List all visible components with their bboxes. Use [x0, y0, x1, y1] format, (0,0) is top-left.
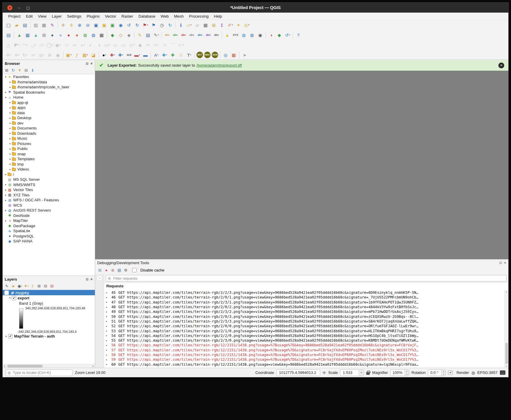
- expand-arrow-icon[interactable]: ▸: [8, 147, 12, 150]
- expand-arrow-icon[interactable]: ▸: [8, 80, 12, 83]
- chevron-down-icon[interactable]: ▾: [59, 44, 60, 46]
- close-icon[interactable]: ✕: [504, 261, 506, 264]
- request-row-52[interactable]: ▸52GET https://api.maptiler.com/tiles/te…: [105, 324, 504, 328]
- chevron-down-icon[interactable]: ▾: [289, 34, 290, 36]
- menu-view[interactable]: View: [35, 13, 49, 20]
- expand-arrow-icon[interactable]: ▸: [8, 101, 12, 104]
- vertex-tool-all-icon[interactable]: ✚▾: [109, 51, 116, 59]
- add-xyz-layer-icon[interactable]: ▦: [98, 31, 105, 39]
- invert-selection-icon[interactable]: ◪: [90, 51, 97, 59]
- chevron-down-icon[interactable]: ▾: [122, 54, 123, 56]
- layer-row-maptiler[interactable]: ▸ MapTiler Terrain - auth: [3, 333, 95, 339]
- zoom-to-layer-icon[interactable]: ▣: [109, 21, 116, 29]
- zoom-out-icon[interactable]: ⊖: [84, 21, 92, 29]
- expand-arrow-icon[interactable]: ▾: [4, 96, 8, 99]
- chevron-down-icon[interactable]: ▾: [28, 285, 28, 287]
- text-annotation-icon[interactable]: A▾: [152, 51, 160, 59]
- add-vector-layer-icon[interactable]: ▲: [16, 31, 23, 39]
- coordinate-input[interactable]: [278, 370, 318, 375]
- browser-item-ms-sql-server[interactable]: ▤MS SQL Server: [3, 177, 95, 182]
- resource-sharing-icon[interactable]: ◆: [275, 31, 283, 39]
- menu-raster[interactable]: Raster: [119, 13, 136, 20]
- expand-arrow-icon[interactable]: ▾: [4, 75, 8, 78]
- add-wms-layer-icon[interactable]: ◍: [81, 31, 89, 39]
- expand-arrow-icon[interactable]: ▸: [4, 335, 8, 338]
- save-log-icon[interactable]: ▤: [116, 267, 122, 273]
- expand-arrow-icon[interactable]: ▸: [4, 199, 8, 202]
- menu-edit[interactable]: Edit: [23, 13, 35, 20]
- chevron-down-icon[interactable]: ▾: [75, 44, 76, 46]
- map-canvas[interactable]: ✔ Layer Exported: Successfully saved ras…: [95, 60, 508, 260]
- layer-checkbox[interactable]: [8, 334, 13, 338]
- data-source-manager-icon[interactable]: ▤: [5, 31, 12, 39]
- open-attribute-table-icon[interactable]: ▦: [202, 21, 209, 29]
- add-mssql-layer-icon[interactable]: ●: [65, 31, 73, 39]
- zoom-native-icon[interactable]: ◉: [117, 21, 125, 29]
- scroll-up-icon[interactable]: ▴: [505, 291, 508, 293]
- disable-cache-checkbox[interactable]: [132, 268, 137, 272]
- request-row-51[interactable]: ▸51GET https://api.maptiler.com/tiles/te…: [105, 319, 504, 324]
- log-settings-icon[interactable]: ⚙: [123, 267, 129, 273]
- menu-project[interactable]: Project: [6, 13, 23, 20]
- select-features-icon[interactable]: ▱▾: [185, 21, 193, 29]
- browser-item-maptiler[interactable]: ▸◑MapTiler: [3, 218, 95, 223]
- statistical-summary-icon[interactable]: Σ: [218, 21, 226, 29]
- zoom-full-icon[interactable]: ▣: [92, 21, 100, 29]
- browser-item-item[interactable]: ▸/: [3, 172, 95, 177]
- zoom-to-selection-icon[interactable]: ▣: [100, 21, 108, 29]
- close-icon[interactable]: ✕: [90, 62, 93, 65]
- scrollbar-thumb[interactable]: [7, 365, 43, 367]
- scroll-left-icon[interactable]: ◂: [3, 365, 6, 367]
- expand-arrow-icon[interactable]: ▸: [105, 296, 109, 299]
- chevron-down-icon[interactable]: ▾: [83, 44, 85, 46]
- vertex-tool-current-icon[interactable]: ✚▾: [117, 51, 125, 59]
- zoom-search-icon[interactable]: ◎: [222, 51, 229, 59]
- temporal-controller-icon[interactable]: ◷: [158, 21, 166, 29]
- current-edits-icon[interactable]: ✎▾: [152, 31, 160, 39]
- expand-arrow-icon[interactable]: ▸: [105, 334, 109, 337]
- browser-item-wcs[interactable]: ◍WCS: [3, 203, 95, 208]
- annotation-rect-icon[interactable]: ▬▾: [133, 51, 141, 59]
- request-row-45[interactable]: ▸45GET https://api.maptiler.com/tiles/te…: [105, 290, 504, 295]
- add-oracle-layer-icon[interactable]: ●: [73, 31, 81, 39]
- browser-item-xyz-tiles[interactable]: ▸▦XYZ Tiles: [3, 193, 95, 198]
- chevron-down-icon[interactable]: ▾: [70, 54, 72, 56]
- scrollbar-thumb[interactable]: [505, 343, 508, 364]
- expand-arrow-icon[interactable]: ▸: [105, 320, 109, 323]
- expand-arrow-icon[interactable]: ▸: [8, 86, 12, 89]
- expand-arrow-icon[interactable]: ▸: [105, 306, 109, 308]
- chevron-down-icon[interactable]: ▾: [21, 285, 22, 287]
- close-message-icon[interactable]: ✕: [498, 63, 504, 68]
- scroll-right-icon[interactable]: ▸: [91, 365, 95, 367]
- show-spatial-bookmarks-icon[interactable]: ⚑: [150, 21, 157, 29]
- undock-icon[interactable]: ⊡: [86, 278, 88, 281]
- rotation-spinner[interactable]: 0.0 ° ▴▾: [428, 370, 446, 376]
- request-row-60[interactable]: ▸60GET https://api.maptiler.com/tiles/te…: [105, 362, 504, 367]
- scroll-down-icon[interactable]: ▾: [505, 365, 508, 367]
- refresh-browser-icon[interactable]: ↻: [10, 68, 16, 73]
- expand-arrow-icon[interactable]: ▸: [105, 315, 109, 318]
- chevron-down-icon[interactable]: ▾: [248, 24, 249, 26]
- chevron-down-icon[interactable]: ▾: [105, 54, 106, 56]
- new-project-icon[interactable]: ▢: [5, 21, 12, 29]
- spin-down-icon[interactable]: ▾: [405, 373, 409, 376]
- check-validity-icon[interactable]: ▲: [223, 31, 231, 39]
- osm-place-search-icon[interactable]: ◉: [256, 31, 264, 39]
- save-layer-edits-icon[interactable]: ▤: [144, 31, 152, 39]
- expand-arrow-icon[interactable]: ▸: [8, 122, 12, 124]
- expand-arrow-icon[interactable]: ▸: [8, 142, 12, 145]
- request-row-50[interactable]: ▸50GET https://api.maptiler.com/tiles/te…: [105, 314, 504, 319]
- browser-item-videos[interactable]: ▸Videos: [3, 167, 95, 172]
- add-group-icon[interactable]: ▰: [10, 283, 16, 289]
- pan-map-icon[interactable]: ✛: [59, 21, 67, 29]
- select-by-rectangle-icon[interactable]: ▣▾: [65, 51, 73, 59]
- render-checkbox[interactable]: [448, 370, 453, 375]
- browser-item-geopackage[interactable]: ◆GeoPackage: [3, 223, 95, 229]
- filter-legend-icon[interactable]: ▼▾: [23, 283, 29, 289]
- browser-item-public[interactable]: ▸Public: [3, 146, 95, 151]
- highlight-pinned-labels-icon[interactable]: abc: [188, 31, 196, 39]
- expand-arrow-icon[interactable]: ▸: [105, 325, 109, 328]
- expand-arrow-icon[interactable]: ▸: [105, 339, 109, 342]
- chevron-down-icon[interactable]: ▾: [109, 44, 110, 46]
- request-row-56[interactable]: ▸56GET https://api.maptiler.com/tiles/te…: [105, 343, 504, 348]
